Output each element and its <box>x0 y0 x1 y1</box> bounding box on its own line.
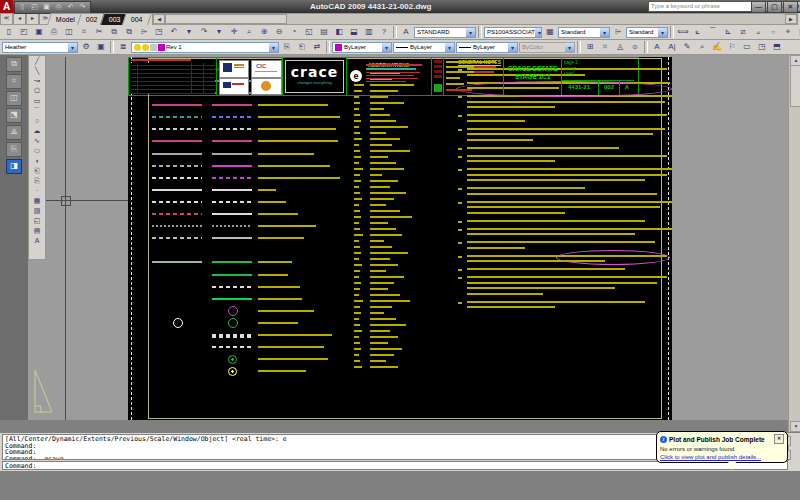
tb2-mid-icon-2[interactable]: ◬ <box>613 40 627 54</box>
save-file-icon[interactable]: ▣ <box>41 2 52 12</box>
tb1-icon-14[interactable]: ▾ <box>212 25 226 39</box>
draw-icon-16[interactable]: ◱ <box>30 216 44 226</box>
tb1-icon-24[interactable]: ▥ <box>362 25 376 39</box>
text-tool-icon-7[interactable]: ◳ <box>755 40 769 54</box>
color-combo[interactable]: ByLayer▾ <box>332 42 392 53</box>
draw-icon-3[interactable]: ⬠ <box>30 86 44 96</box>
tb1-icon-6[interactable]: ✂ <box>92 25 106 39</box>
dim-icon-3[interactable]: ⊾ <box>721 25 735 39</box>
draw-icon-0[interactable]: ╱ <box>30 56 44 66</box>
scroll-thumb[interactable] <box>790 65 800 107</box>
maximize-button[interactable]: ▢ <box>767 1 782 13</box>
scroll-down-button[interactable]: ▼ <box>790 421 800 432</box>
tb1-icon-11[interactable]: ↶ <box>167 25 181 39</box>
text-tool-icon-5[interactable]: ⚐ <box>725 40 739 54</box>
draw-icon-4[interactable]: ▭ <box>30 96 44 106</box>
undo-icon[interactable]: ↶ <box>65 2 76 12</box>
tb1-icon-16[interactable]: ⌕ <box>242 25 256 39</box>
plotstyle-combo[interactable]: ByColor▾ <box>519 42 575 53</box>
tb1-icon-22[interactable]: ◧ <box>332 25 346 39</box>
dock-icon-4[interactable]: ⟁ <box>6 125 22 140</box>
dim-icon-1[interactable]: ⟀ <box>691 25 705 39</box>
tb1-icon-13[interactable]: ↷ <box>197 25 211 39</box>
tb1-icon-12[interactable]: ▾ <box>182 25 196 39</box>
dim-icon-0[interactable]: ⟺ <box>676 25 690 39</box>
plot-icon[interactable]: ⎙ <box>53 2 64 12</box>
draw-icon-14[interactable]: ▦ <box>30 196 44 206</box>
text-style-icon[interactable]: A <box>399 25 413 39</box>
text-tool-icon-0[interactable]: A <box>650 40 664 54</box>
dock-icon-1[interactable]: ⌗ <box>6 74 22 89</box>
workspace-icon-0[interactable]: ⚙ <box>79 40 93 54</box>
paper-sheet[interactable]: LEGEND EXISTING PROPOSED ABBREVIATIONS G… <box>128 57 672 420</box>
lock-icon[interactable] <box>150 44 157 51</box>
draw-icon-7[interactable]: ☁ <box>30 126 44 136</box>
layer-tool-icon-1[interactable]: ⎗ <box>295 40 309 54</box>
tab-nav-0[interactable]: ≪ <box>0 13 13 25</box>
draw-icon-9[interactable]: ⬭ <box>30 146 44 156</box>
mleader-style-combo[interactable]: Standard▾ <box>626 27 668 38</box>
redo-icon[interactable]: ↷ <box>77 2 88 12</box>
draw-icon-8[interactable]: ∿ <box>30 136 44 146</box>
balloon-details-link[interactable]: Click to view plot and publish details..… <box>660 454 784 460</box>
tb1-icon-1[interactable]: ◰ <box>17 25 31 39</box>
dim-style-combo[interactable]: PS100ASSOCIAT▾ <box>484 27 542 38</box>
autocad-logo-icon[interactable]: A <box>0 0 13 13</box>
dim-icon-8[interactable]: ◨ <box>796 25 800 39</box>
workspace-combo[interactable]: Heather▾ <box>2 42 78 53</box>
tb1-icon-23[interactable]: ⬓ <box>347 25 361 39</box>
tab-nav-1[interactable]: ◂ <box>13 13 26 25</box>
text-tool-icon-3[interactable]: ⌕ <box>695 40 709 54</box>
draw-icon-11[interactable]: ⎗ <box>30 166 44 176</box>
swatch-icon[interactable] <box>158 44 165 51</box>
horizontal-scrollbar[interactable]: ◀▶ <box>152 13 798 25</box>
search-input[interactable]: Type a keyword or phrase <box>648 1 762 12</box>
tb1-icon-18[interactable]: ⊖ <box>272 25 286 39</box>
layer-properties-icon[interactable]: ≣ <box>116 40 130 54</box>
dock-icon-2[interactable]: ◫ <box>6 91 22 106</box>
tb1-icon-4[interactable]: ◫ <box>62 25 76 39</box>
table-style-combo[interactable]: Standard▾ <box>558 27 610 38</box>
dim-icon-4[interactable]: ⧄ <box>736 25 750 39</box>
tb1-icon-10[interactable]: ◳ <box>152 25 166 39</box>
table-style-icon[interactable]: ▦ <box>543 25 557 39</box>
text-tool-icon-6[interactable]: ▭ <box>740 40 754 54</box>
tab-004[interactable]: 004 <box>123 13 153 25</box>
minimize-button[interactable]: — <box>751 1 766 13</box>
draw-icon-2[interactable]: ↝ <box>30 76 44 86</box>
scroll-left-button[interactable]: ◀ <box>153 14 165 24</box>
tb1-icon-2[interactable]: ▣ <box>32 25 46 39</box>
tb1-icon-21[interactable]: ▤ <box>317 25 331 39</box>
bulb-icon[interactable] <box>134 44 141 51</box>
tb2-mid-icon-3[interactable]: ⌯ <box>628 40 642 54</box>
dim-icon-6[interactable]: ⌔ <box>766 25 780 39</box>
dock-icon-3[interactable]: ⬔ <box>6 108 22 123</box>
tb1-icon-20[interactable]: ◱ <box>302 25 316 39</box>
dock-icon-5[interactable]: ⎘ <box>6 142 22 157</box>
dim-icon-7[interactable]: ⌖ <box>781 25 795 39</box>
draw-icon-5[interactable]: ⌒ <box>30 106 44 116</box>
dim-icon-5[interactable]: ⟓ <box>751 25 765 39</box>
close-icon[interactable]: ✕ <box>774 434 784 444</box>
tb1-icon-15[interactable]: ✛ <box>227 25 241 39</box>
close-button[interactable]: ✕ <box>783 1 798 13</box>
layer-tool-icon-2[interactable]: ⇄ <box>310 40 324 54</box>
workspace-icon-1[interactable]: ▣ <box>94 40 108 54</box>
tb1-icon-25[interactable]: ? <box>377 25 391 39</box>
draw-icon-1[interactable]: ╲ <box>30 66 44 76</box>
text-tool-icon-1[interactable]: A| <box>665 40 679 54</box>
draw-icon-6[interactable]: ○ <box>30 116 44 126</box>
draw-icon-13[interactable]: · <box>30 186 44 196</box>
layer-combo[interactable]: Rev 1▾ <box>131 42 279 53</box>
vertical-scrollbar[interactable]: ▲ ▼ <box>788 55 800 432</box>
text-tool-icon-2[interactable]: ✎ <box>680 40 694 54</box>
tab-nav-2[interactable]: ▸ <box>26 13 39 25</box>
scroll-right-button[interactable]: ▶ <box>785 14 797 24</box>
tb2-mid-icon-1[interactable]: ⌗ <box>598 40 612 54</box>
tb1-icon-9[interactable]: ⌲ <box>137 25 151 39</box>
draw-icon-15[interactable]: ▨ <box>30 206 44 216</box>
mleader-style-icon[interactable]: ⌲ <box>611 25 625 39</box>
scroll-thumb[interactable] <box>165 14 287 24</box>
draw-icon-10[interactable]: ◗ <box>30 156 44 166</box>
draw-icon-12[interactable]: ⎘ <box>30 176 44 186</box>
